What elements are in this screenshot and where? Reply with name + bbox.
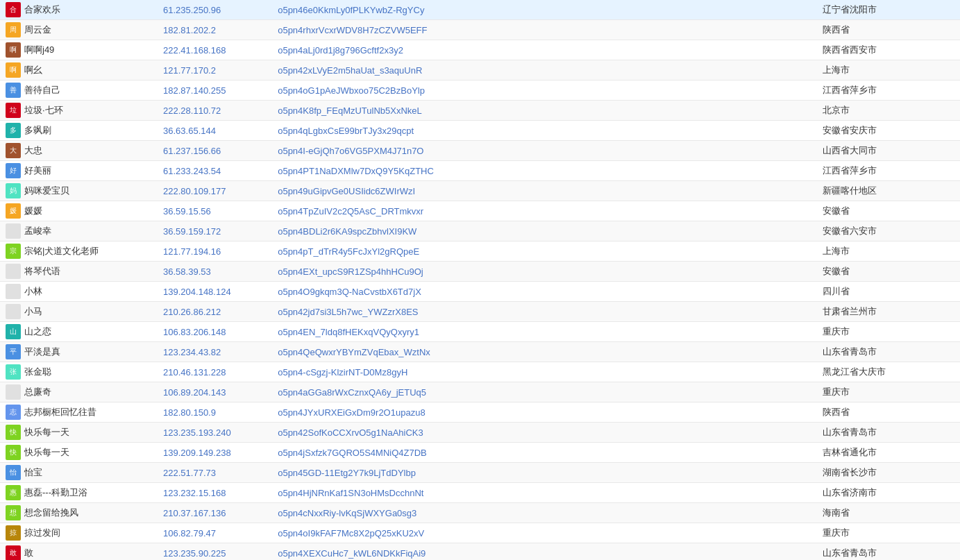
location-cell: 辽宁省沈阳市 xyxy=(817,0,960,20)
name-cell: 总廉奇 xyxy=(0,382,158,402)
location-label: 上海市 xyxy=(823,65,850,75)
token-label: o5pn4JYxURXEiGxDm9r2O1upazu8 xyxy=(278,407,425,418)
token-cell: o5pn4K8fp_FEqMzUTulNb5XxNkeL xyxy=(272,101,816,121)
table-row: 掠 掠过发间 106.82.79.47 o5pn4oI9kFAF7Mc8X2pQ… xyxy=(0,523,960,543)
username-label: 妈咪爱宝贝 xyxy=(24,185,69,197)
location-cell: 陕西省西安市 xyxy=(817,40,960,60)
table-row: 将琴代语 36.58.39.53 o5pn4EXt_upcS9R1ZSp4hhH… xyxy=(0,262,960,282)
name-cell: 大 大忠 xyxy=(0,141,158,161)
avatar: 多 xyxy=(6,123,21,138)
location-cell: 重庆市 xyxy=(817,382,960,402)
username-label: 啊啊j49 xyxy=(24,44,54,56)
avatar: 宗 xyxy=(6,244,21,259)
name-cell: 周 周云金 xyxy=(0,20,158,40)
token-cell: o5pn4O9gkqm3Q-NaCvstbX6Td7jX xyxy=(272,282,816,302)
location-cell: 上海市 xyxy=(817,60,960,80)
table-row: 怡 怡宝 222.51.77.73 o5pn45GD-11Etg2Y7k9LjT… xyxy=(0,463,960,483)
token-cell: o5pn4jSxfzk7GQRO5S4MNiQ4Z7DB xyxy=(272,443,816,463)
ip-cell: 210.26.86.212 xyxy=(158,302,272,322)
avatar: 垃 xyxy=(6,103,21,118)
ip-cell: 210.37.167.136 xyxy=(158,503,272,523)
token-cell: o5pn42SofKoCCXrvO5g1NaAhiCK3 xyxy=(272,423,816,443)
token-cell: o5pn4aGGa8rWxCznxQA6y_jETUq5 xyxy=(272,382,816,402)
avatar xyxy=(6,284,21,299)
table-row: 媛 媛媛 36.59.15.56 o5pn4TpZuIV2c2Q5AsC_DRT… xyxy=(0,201,960,221)
ip-cell: 123.234.43.82 xyxy=(158,342,272,362)
location-cell: 山西省大同市 xyxy=(817,141,960,161)
username-label: 宗铭|犬道文化老师 xyxy=(24,245,99,257)
location-label: 陕西省西安市 xyxy=(823,44,877,55)
ip-label: 61.233.243.54 xyxy=(163,166,221,176)
name-cell: 垃 垃圾·七环 xyxy=(0,101,158,121)
ip-label: 123.232.15.168 xyxy=(163,488,226,498)
ip-cell: 61.237.156.66 xyxy=(158,141,272,161)
location-cell: 重庆市 xyxy=(817,523,960,543)
location-cell: 山东省青岛市 xyxy=(817,342,960,362)
token-cell: o5pn42xLVyE2m5haUat_s3aquUnR xyxy=(272,60,816,80)
ip-cell: 222.80.109.177 xyxy=(158,181,272,201)
username-label: 好美丽 xyxy=(24,164,51,177)
table-row: 啊 啊啊j49 222.41.168.168 o5pn4aLj0rd1j8g79… xyxy=(0,40,960,60)
username-label: 善待自己 xyxy=(24,84,60,96)
token-label: o5pn4HjNRnKaf1SN3oHMsDcchnNt xyxy=(278,488,423,498)
name-cell: 志 志邦橱柜回忆往昔 xyxy=(0,402,158,423)
location-cell: 四川省 xyxy=(817,282,960,302)
ip-label: 106.89.204.143 xyxy=(163,387,226,398)
ip-label: 36.58.39.53 xyxy=(163,266,211,277)
avatar xyxy=(6,223,21,239)
token-label: o5pn4qLgbxCsE99brTJy3x29qcpt xyxy=(278,126,414,136)
name-cell: 啊 啊啊j49 xyxy=(0,40,158,60)
ip-label: 222.28.110.72 xyxy=(163,105,221,116)
token-label: o5pn4BDLi2r6KA9spcZbhvlXI9KW xyxy=(278,226,416,237)
avatar: 志 xyxy=(6,405,21,420)
avatar: 山 xyxy=(6,324,21,339)
token-label: o5pn4EN_7ldq8fHEKxqVQyQxyry1 xyxy=(278,327,419,337)
username-label: 将琴代语 xyxy=(24,265,60,278)
token-cell: o5pn4QeQwxrYBYmZVqEbax_WztNx xyxy=(272,342,816,362)
name-cell: 啊 啊幺 xyxy=(0,60,158,80)
ip-cell: 182.80.150.9 xyxy=(158,402,272,423)
table-row: 惠 惠磊---科勤卫浴 123.232.15.168 o5pn4HjNRnKaf… xyxy=(0,483,960,503)
location-cell: 海南省 xyxy=(817,503,960,523)
location-label: 甘肃省兰州市 xyxy=(823,306,877,316)
location-cell: 上海市 xyxy=(817,241,960,262)
token-label: o5pn4cNxxRiy-lvKqSjWXYGa0sg3 xyxy=(278,508,416,518)
location-label: 海南省 xyxy=(823,507,850,518)
avatar: 好 xyxy=(6,163,21,178)
location-cell: 重庆市 xyxy=(817,322,960,342)
avatar: 怡 xyxy=(6,465,21,480)
username-label: 平淡是真 xyxy=(24,346,60,358)
table-row: 敢 敢 123.235.90.225 o5pn4XEXCuHc7_kWL6NDK… xyxy=(0,543,960,561)
ip-cell: 139.209.149.238 xyxy=(158,443,272,463)
ip-label: 222.41.168.168 xyxy=(163,45,226,56)
location-label: 江西省萍乡市 xyxy=(823,165,877,176)
token-label: o5pn4I-eGjQh7o6VG5PXM4J71n7O xyxy=(278,146,423,156)
token-label: o5pn4K8fp_FEqMzUTulNb5XxNkeL xyxy=(278,105,422,116)
token-label: o5pn4aLj0rd1j8g796Gcftf2x3y2 xyxy=(278,45,403,56)
table-row: 总廉奇 106.89.204.143 o5pn4aGGa8rWxCznxQA6y… xyxy=(0,382,960,402)
name-cell: 媛 媛媛 xyxy=(0,201,158,221)
username-label: 总廉奇 xyxy=(24,386,51,398)
location-cell: 安徽省 xyxy=(817,201,960,221)
location-label: 山东省青岛市 xyxy=(823,427,877,437)
ip-label: 106.83.206.148 xyxy=(163,327,226,337)
avatar xyxy=(6,304,21,319)
token-cell: o5pn46e0KkmLy0fPLKYwbZ-RgYCy xyxy=(272,0,816,20)
ip-label: 222.80.109.177 xyxy=(163,186,226,196)
username-label: 啊幺 xyxy=(24,64,42,76)
table-row: 张 张金聪 210.46.131.228 o5pn4-cSgzj-KlzirNT… xyxy=(0,362,960,382)
name-cell: 怡 怡宝 xyxy=(0,463,158,483)
token-cell: o5pn4cNxxRiy-lvKqSjWXYGa0sg3 xyxy=(272,503,816,523)
token-cell: o5pn4I-eGjQh7o6VG5PXM4J71n7O xyxy=(272,141,816,161)
avatar: 啊 xyxy=(6,42,21,58)
avatar: 啊 xyxy=(6,62,21,78)
ip-label: 139.209.149.238 xyxy=(163,448,231,458)
ip-label: 210.46.131.228 xyxy=(163,367,226,377)
ip-label: 123.235.193.240 xyxy=(163,427,231,438)
table-row: 妈 妈咪爱宝贝 222.80.109.177 o5pn49uGipvGe0USI… xyxy=(0,181,960,201)
token-label: o5pn4TpZuIV2c2Q5AsC_DRTmkvxr xyxy=(278,206,423,217)
ip-cell: 106.89.204.143 xyxy=(158,382,272,402)
avatar: 快 xyxy=(6,425,21,440)
token-label: o5pn42xLVyE2m5haUat_s3aquUnR xyxy=(278,65,422,76)
token-label: o5pn4O9gkqm3Q-NaCvstbX6Td7jX xyxy=(278,287,421,297)
